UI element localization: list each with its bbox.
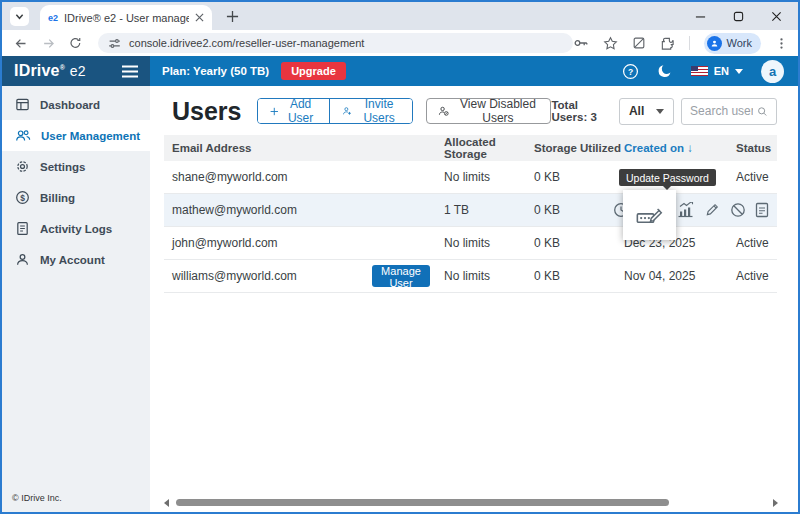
search-input[interactable] — [690, 104, 753, 118]
update-password-tooltip: Update Password — [619, 169, 716, 186]
column-header-email: Email Address — [164, 142, 444, 154]
cell-created: Nov 04, 2025 — [624, 269, 736, 283]
disabled-users-icon — [438, 104, 449, 118]
scroll-left-arrow[interactable] — [164, 499, 169, 507]
billing-icon: $ — [15, 190, 30, 205]
sidebar-item-activity-logs[interactable]: Activity Logs — [2, 213, 150, 244]
page-header: Users Add User Invite Users View Disable… — [172, 96, 777, 126]
hamburger-menu-icon[interactable] — [122, 65, 138, 78]
tab-close-icon[interactable] — [195, 13, 204, 22]
browser-tab-strip: e2 IDrive® e2 - User management — [2, 2, 798, 30]
sidebar-item-settings[interactable]: Settings — [2, 151, 150, 182]
tab-title: IDrive® e2 - User management — [64, 12, 189, 24]
cell-allocated: No limits — [444, 236, 534, 250]
browser-tab[interactable]: e2 IDrive® e2 - User management — [40, 5, 212, 30]
bookmark-star-icon[interactable] — [603, 36, 618, 51]
total-users-count: Total Users: 3 — [551, 99, 608, 123]
extension-icon[interactable] — [632, 36, 646, 50]
manage-user-button[interactable]: Manage User — [372, 265, 430, 287]
dropdown-caret-icon — [656, 109, 664, 114]
table-header-row: Email Address Allocated Storage Storage … — [164, 135, 777, 161]
sidebar-item-user-management[interactable]: User Management — [2, 120, 150, 151]
activity-logs-icon — [15, 221, 30, 236]
dashboard-icon — [15, 97, 30, 112]
window-controls — [695, 11, 798, 22]
browser-navbar: console.idrivee2.com/reseller-user-manag… — [2, 30, 798, 56]
user-filter-dropdown[interactable]: All — [619, 98, 674, 125]
us-flag-icon — [691, 66, 708, 76]
address-bar[interactable]: console.idrivee2.com/reseller-user-manag… — [98, 33, 573, 53]
user-actions-button-group: Add User Invite Users — [257, 98, 414, 124]
new-tab-icon[interactable] — [226, 10, 239, 23]
profile-avatar-icon — [707, 36, 722, 51]
plus-icon — [270, 105, 279, 118]
minimize-icon[interactable] — [695, 11, 706, 22]
add-user-button[interactable]: Add User — [258, 99, 330, 123]
sidebar-item-label: User Management — [41, 130, 140, 142]
account-icon — [15, 252, 30, 267]
sidebar: Dashboard User Management Settings $ Bil… — [2, 86, 150, 512]
column-header-created-on[interactable]: Created on ↓ — [624, 142, 736, 154]
refresh-icon[interactable] — [69, 36, 82, 50]
invite-user-icon — [342, 104, 352, 118]
dark-mode-moon-icon[interactable] — [657, 63, 673, 79]
maximize-icon[interactable] — [733, 11, 744, 22]
search-icon[interactable] — [757, 105, 768, 118]
cell-utilized: 0 KB — [534, 170, 624, 184]
language-selector[interactable]: EN — [691, 65, 743, 77]
header-right: ? EN a — [622, 60, 798, 83]
cell-utilized: 0 KB — [534, 269, 624, 283]
language-code: EN — [714, 65, 729, 77]
chevron-down-icon — [15, 12, 24, 21]
gear-icon — [15, 159, 30, 174]
sidebar-item-label: My Account — [40, 254, 105, 266]
idrive-e2-logo: IDrive® e2 — [14, 62, 86, 80]
search-box — [681, 98, 777, 125]
account-avatar[interactable]: a — [761, 60, 784, 83]
users-table: Email Address Allocated Storage Storage … — [164, 135, 777, 293]
invite-users-button[interactable]: Invite Users — [329, 99, 412, 123]
kebab-menu-icon[interactable] — [775, 37, 788, 50]
sidebar-item-dashboard[interactable]: Dashboard — [2, 89, 150, 120]
plan-label: Plan: Yearly (50 TB) — [162, 65, 269, 77]
scrollbar-thumb[interactable] — [176, 499, 669, 506]
page-title: Users — [172, 97, 242, 126]
cell-allocated: No limits — [444, 269, 534, 283]
app-header: IDrive® e2 Plan: Yearly (50 TB) Upgrade … — [2, 56, 798, 86]
sidebar-item-label: Billing — [40, 192, 75, 204]
view-disabled-users-button[interactable]: View Disabled Users — [426, 98, 551, 124]
sidebar-item-billing[interactable]: $ Billing — [2, 182, 150, 213]
scroll-right-arrow[interactable] — [773, 499, 778, 507]
usage-chart-icon[interactable] — [677, 202, 694, 218]
cell-email: shane@myworld.com — [164, 170, 444, 184]
horizontal-scrollbar[interactable] — [164, 498, 778, 507]
password-key-icon[interactable] — [573, 35, 589, 51]
users-icon — [15, 128, 31, 143]
column-header-allocated: Allocated Storage — [444, 136, 534, 160]
close-icon[interactable] — [771, 11, 782, 22]
site-info-icon[interactable] — [108, 37, 121, 50]
extensions-puzzle-icon[interactable] — [660, 36, 675, 51]
update-password-action-card[interactable] — [623, 190, 676, 240]
upgrade-button[interactable]: Upgrade — [281, 62, 346, 80]
url-text: console.idrivee2.com/reseller-user-manag… — [129, 37, 364, 49]
cell-utilized: 0 KB — [534, 236, 624, 250]
browser-profile-button[interactable]: Work — [704, 33, 761, 54]
logs-file-icon[interactable] — [755, 202, 769, 218]
copyright-text: © IDrive Inc. — [12, 493, 62, 503]
table-row[interactable]: john@myworld.com No limits 0 KB Dec 23, … — [164, 227, 777, 260]
cell-allocated: No limits — [444, 170, 534, 184]
table-row[interactable]: williams@myworld.com No limits 0 KB Nov … — [164, 260, 777, 293]
main-content: Users Add User Invite Users View Disable… — [150, 86, 798, 512]
profile-name: Work — [727, 37, 752, 49]
edit-pencil-icon[interactable] — [705, 202, 720, 217]
tab-search-button[interactable] — [10, 7, 29, 26]
help-icon[interactable]: ? — [622, 63, 639, 80]
navbar-right-icons: Work — [573, 33, 798, 54]
cell-status: Active — [736, 170, 777, 184]
sidebar-item-my-account[interactable]: My Account — [2, 244, 150, 275]
forward-icon[interactable] — [42, 36, 56, 51]
back-icon[interactable] — [14, 36, 28, 51]
disable-user-icon[interactable] — [730, 202, 746, 218]
table-row-hovered[interactable]: mathew@myworld.com 1 TB 0 KB — [164, 194, 777, 227]
